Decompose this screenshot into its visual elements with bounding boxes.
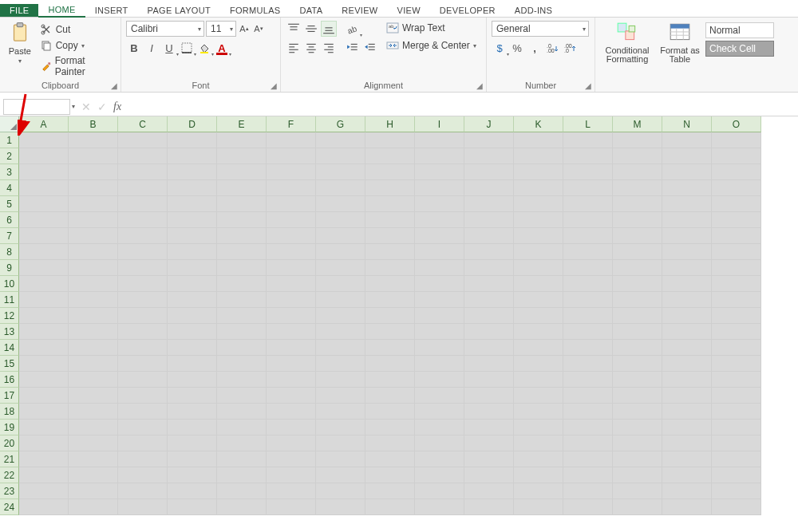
cell[interactable] — [712, 260, 761, 276]
cell-style-normal[interactable]: Normal — [705, 22, 774, 38]
align-left-button[interactable] — [286, 40, 302, 56]
increase-indent-button[interactable] — [362, 40, 378, 56]
cell[interactable] — [464, 324, 514, 340]
cell[interactable] — [662, 483, 712, 499]
cell[interactable] — [267, 356, 316, 372]
column-header[interactable]: E — [217, 116, 267, 132]
cell[interactable] — [662, 372, 712, 388]
cell[interactable] — [316, 212, 365, 228]
cell[interactable] — [168, 388, 217, 404]
cell[interactable] — [712, 388, 761, 404]
cell[interactable] — [514, 244, 563, 260]
cell[interactable] — [712, 435, 761, 451]
bold-button[interactable]: B — [126, 40, 142, 56]
cell[interactable] — [316, 244, 365, 260]
cell[interactable] — [168, 308, 217, 324]
cell[interactable] — [464, 372, 514, 388]
cell[interactable] — [662, 292, 712, 308]
cell[interactable] — [19, 388, 69, 404]
cell[interactable] — [613, 212, 662, 228]
cell[interactable] — [712, 228, 761, 244]
cell[interactable] — [415, 324, 464, 340]
cell[interactable] — [168, 420, 217, 435]
cell[interactable] — [19, 372, 69, 388]
format-painter-button[interactable]: Format Painter — [38, 54, 116, 78]
cell[interactable] — [217, 324, 267, 340]
cell[interactable] — [613, 499, 662, 515]
cell[interactable] — [365, 228, 415, 244]
cell[interactable] — [69, 372, 118, 388]
column-header[interactable]: F — [267, 116, 316, 132]
cell[interactable] — [662, 212, 712, 228]
cell[interactable] — [217, 292, 267, 308]
cell[interactable] — [613, 276, 662, 292]
cell[interactable] — [613, 467, 662, 483]
cell[interactable] — [19, 467, 69, 483]
cell[interactable] — [267, 483, 316, 499]
cell[interactable] — [662, 451, 712, 467]
cell[interactable] — [712, 132, 761, 148]
cell[interactable] — [168, 467, 217, 483]
alignment-dialog-launcher[interactable]: ◢ — [475, 81, 484, 90]
cell[interactable] — [365, 164, 415, 180]
cell[interactable] — [316, 483, 365, 499]
cell[interactable] — [662, 435, 712, 451]
cell[interactable] — [613, 244, 662, 260]
row-header[interactable]: 17 — [0, 388, 19, 404]
cell[interactable] — [415, 420, 464, 435]
cell[interactable] — [316, 420, 365, 435]
cell[interactable] — [118, 435, 168, 451]
cell[interactable] — [712, 180, 761, 196]
decrease-indent-button[interactable] — [345, 40, 361, 56]
cell[interactable] — [217, 340, 267, 356]
cell[interactable] — [168, 276, 217, 292]
cell[interactable] — [415, 196, 464, 212]
cell[interactable] — [267, 435, 316, 451]
cell[interactable] — [365, 404, 415, 420]
cell[interactable] — [267, 420, 316, 435]
cell[interactable] — [267, 260, 316, 276]
cell[interactable] — [267, 467, 316, 483]
cell[interactable] — [365, 196, 415, 212]
cell[interactable] — [563, 404, 613, 420]
cell[interactable] — [118, 324, 168, 340]
cell[interactable] — [563, 212, 613, 228]
cell[interactable] — [415, 180, 464, 196]
cell[interactable] — [267, 451, 316, 467]
cell[interactable] — [316, 372, 365, 388]
cell[interactable] — [217, 244, 267, 260]
cancel-formula-button[interactable]: ✕ — [81, 100, 91, 113]
border-button[interactable]: ▾ — [179, 40, 195, 56]
cell[interactable] — [316, 196, 365, 212]
tab-add-ins[interactable]: ADD-INS — [505, 4, 562, 17]
cell[interactable] — [563, 483, 613, 499]
cell[interactable] — [118, 164, 168, 180]
cell[interactable] — [19, 148, 69, 164]
row-header[interactable]: 22 — [0, 467, 19, 483]
cell[interactable] — [563, 196, 613, 212]
cell[interactable] — [563, 372, 613, 388]
cell[interactable] — [415, 308, 464, 324]
fill-color-button[interactable]: ▾ — [196, 40, 212, 56]
cell[interactable] — [712, 148, 761, 164]
cell[interactable] — [217, 483, 267, 499]
row-header[interactable]: 19 — [0, 420, 19, 435]
column-header[interactable]: N — [662, 116, 712, 132]
cell[interactable] — [662, 260, 712, 276]
cell[interactable] — [217, 276, 267, 292]
cell[interactable] — [19, 228, 69, 244]
cell[interactable] — [69, 228, 118, 244]
cell[interactable] — [69, 308, 118, 324]
cell[interactable] — [118, 340, 168, 356]
cell[interactable] — [168, 483, 217, 499]
row-header[interactable]: 7 — [0, 228, 19, 244]
cell[interactable] — [613, 372, 662, 388]
cell[interactable] — [415, 404, 464, 420]
cell[interactable] — [415, 451, 464, 467]
cell[interactable] — [415, 212, 464, 228]
cell[interactable] — [19, 404, 69, 420]
row-header[interactable]: 21 — [0, 451, 19, 467]
copy-button[interactable]: Copy ▾ — [38, 38, 116, 53]
cell[interactable] — [365, 276, 415, 292]
cell[interactable] — [69, 483, 118, 499]
